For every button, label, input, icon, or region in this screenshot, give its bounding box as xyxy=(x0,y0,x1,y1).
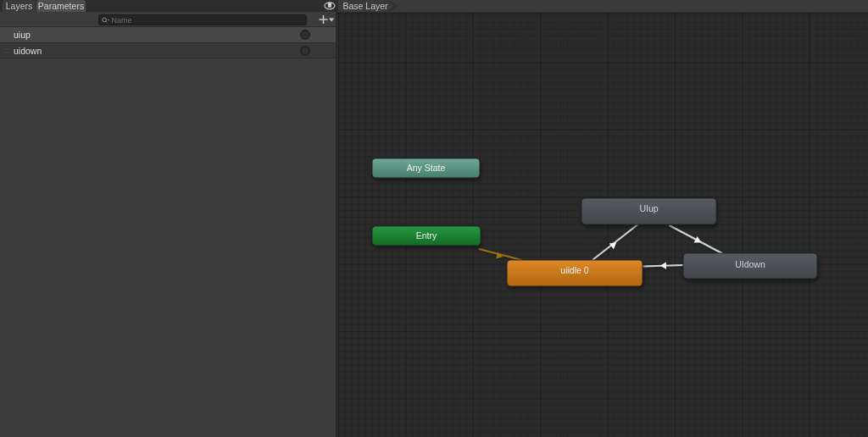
svg-text:uiidle 0: uiidle 0 xyxy=(560,265,588,275)
svg-text:UIup: UIup xyxy=(639,203,658,213)
svg-text:Base Layer: Base Layer xyxy=(343,1,389,11)
svg-text:Entry: Entry xyxy=(416,230,437,241)
svg-text:UIdown: UIdown xyxy=(735,259,765,269)
svg-text:Any State: Any State xyxy=(407,163,446,173)
